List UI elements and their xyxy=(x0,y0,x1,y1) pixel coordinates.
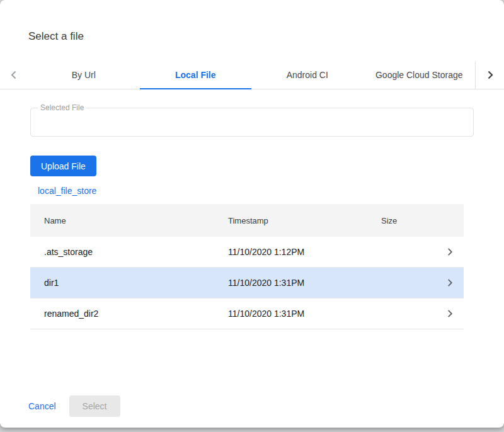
breadcrumb-local-file-store[interactable]: local_file_store xyxy=(38,186,96,196)
cell-chevron xyxy=(436,245,464,259)
file-table: Name Timestamp Size .ats_storage 11/10/2… xyxy=(30,204,464,329)
cell-name: renamed_dir2 xyxy=(30,309,228,319)
cell-chevron xyxy=(436,307,464,321)
selected-file-input[interactable] xyxy=(31,108,473,136)
tabs-scroll-right-button[interactable] xyxy=(475,61,504,89)
tab-by-url[interactable]: By Url xyxy=(28,61,140,89)
tabs: By Url Local File Android CI Google Clou… xyxy=(28,61,475,89)
column-header-timestamp: Timestamp xyxy=(228,216,381,225)
chevron-right-icon xyxy=(443,276,457,290)
tab-label: Android CI xyxy=(287,70,328,80)
cell-chevron xyxy=(436,276,464,290)
table-row-dir1[interactable]: dir1 11/10/2020 1:31PM xyxy=(30,268,464,298)
tab-bar: By Url Local File Android CI Google Clou… xyxy=(0,61,504,89)
dialog-actions: Cancel Select xyxy=(28,395,120,417)
selected-file-field[interactable]: Selected File xyxy=(30,108,474,137)
tab-android-ci[interactable]: Android CI xyxy=(251,61,364,89)
chevron-left-icon xyxy=(6,67,21,82)
selected-file-field-label: Selected File xyxy=(38,103,86,112)
cell-timestamp: 11/10/2020 1:12PM xyxy=(228,247,381,257)
chevron-right-icon xyxy=(443,245,457,259)
tab-local-file[interactable]: Local File xyxy=(140,61,252,89)
cancel-button[interactable]: Cancel xyxy=(28,401,56,411)
tab-google-cloud-storage[interactable]: Google Cloud Storage xyxy=(364,61,476,89)
table-header-row: Name Timestamp Size xyxy=(30,204,464,237)
select-button[interactable]: Select xyxy=(69,395,120,417)
select-file-dialog: Select a file By Url Local File Android … xyxy=(0,0,504,428)
dialog-title: Select a file xyxy=(28,30,504,43)
cell-timestamp: 11/10/2020 1:31PM xyxy=(228,309,381,319)
tabs-scroll-left-button[interactable] xyxy=(0,61,28,89)
dialog-content: Selected File Upload File local_file_sto… xyxy=(0,108,504,329)
column-header-size: Size xyxy=(381,216,436,225)
cell-name: dir1 xyxy=(30,278,228,288)
chevron-right-icon xyxy=(483,67,498,82)
tab-label: Google Cloud Storage xyxy=(375,70,463,80)
chevron-right-icon xyxy=(443,307,457,321)
table-row-renamed-dir2[interactable]: renamed_dir2 11/10/2020 1:31PM xyxy=(30,298,464,329)
tab-label: Local File xyxy=(175,70,216,80)
upload-file-button[interactable]: Upload File xyxy=(30,156,96,176)
table-row-ats-storage[interactable]: .ats_storage 11/10/2020 1:12PM xyxy=(30,237,464,268)
column-header-name: Name xyxy=(30,216,228,225)
cell-name: .ats_storage xyxy=(30,247,228,257)
cell-timestamp: 11/10/2020 1:31PM xyxy=(228,278,381,288)
tab-label: By Url xyxy=(72,70,96,80)
